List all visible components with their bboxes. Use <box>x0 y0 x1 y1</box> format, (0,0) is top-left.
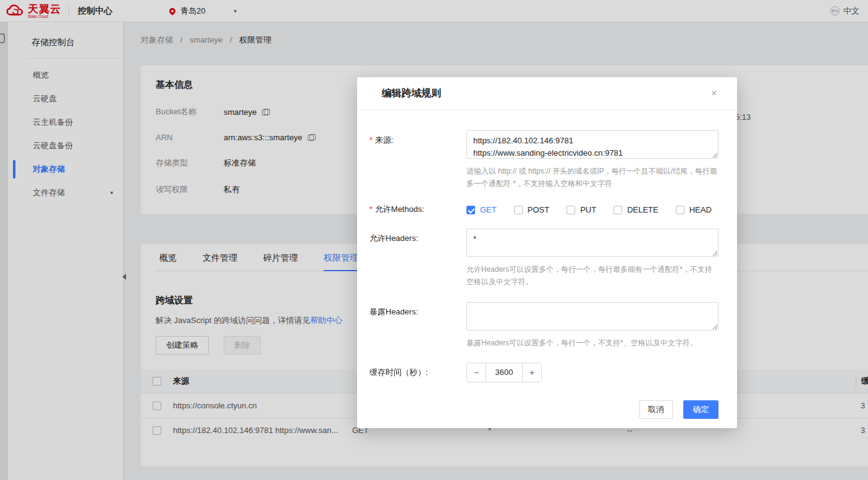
allow-headers-hint: 允许Headers可以设置多个，每行一个，每行最多能有一个通配符*，不支持空格以… <box>466 263 718 288</box>
required-mark: * <box>369 135 373 145</box>
expose-headers-field: 暴露Headers: 暴露Headers可以设置多个，每行一个，不支持*、空格以… <box>369 302 718 349</box>
dialog-header: 编辑跨域规则 × <box>357 77 737 110</box>
cache-time-input[interactable] <box>486 363 523 382</box>
dialog-title: 编辑跨域规则 <box>382 87 441 100</box>
checkbox-head[interactable] <box>676 206 685 214</box>
increment-button[interactable]: + <box>523 363 541 382</box>
expose-headers-textarea[interactable] <box>466 302 718 331</box>
origin-hint: 请输入以 http:// 或 https:// 开头的域名或IP，每行一个且不能… <box>466 165 718 190</box>
required-mark: * <box>369 204 373 214</box>
allow-methods-label: 允许Methods: <box>375 204 424 214</box>
checkbox-post[interactable] <box>514 206 523 214</box>
edit-cors-rule-dialog: 编辑跨域规则 × *来源: https://182.40.102.146:978… <box>357 77 737 428</box>
checkbox-put[interactable] <box>567 206 575 214</box>
method-post[interactable]: POST <box>514 205 549 214</box>
allow-headers-field: 允许Headers: * 允许Headers可以设置多个，每行一个，每行最多能有… <box>369 229 718 288</box>
cache-time-stepper: − + <box>466 363 542 382</box>
cancel-button[interactable]: 取消 <box>639 400 673 419</box>
allow-headers-textarea[interactable]: * <box>466 229 718 257</box>
expose-headers-hint: 暴露Headers可以设置多个，每行一个，不支持*、空格以及中文字符。 <box>466 337 718 349</box>
method-delete[interactable]: DELETE <box>613 205 659 214</box>
cache-time-field: 缓存时间（秒）: − + <box>369 363 718 382</box>
method-head[interactable]: HEAD <box>676 205 712 214</box>
method-get[interactable]: GET <box>466 205 497 214</box>
checkbox-delete[interactable] <box>613 206 622 214</box>
origin-textarea[interactable]: https://182.40.102.146:9781 https://www.… <box>466 130 718 159</box>
confirm-button[interactable]: 确定 <box>683 400 718 419</box>
checkbox-get[interactable] <box>466 206 475 214</box>
close-icon[interactable]: × <box>711 88 717 98</box>
expose-headers-label: 暴露Headers: <box>369 302 466 349</box>
cache-time-label: 缓存时间（秒）: <box>369 367 466 378</box>
decrement-button[interactable]: − <box>467 363 486 382</box>
allow-headers-label: 允许Headers: <box>369 229 466 288</box>
origin-label: 来源: <box>375 135 394 145</box>
origin-field: *来源: https://182.40.102.146:9781 https:/… <box>369 130 718 190</box>
allow-methods-field: *允许Methods: GET POST PUT DELETE HEAD <box>369 204 718 215</box>
method-put[interactable]: PUT <box>567 205 596 214</box>
